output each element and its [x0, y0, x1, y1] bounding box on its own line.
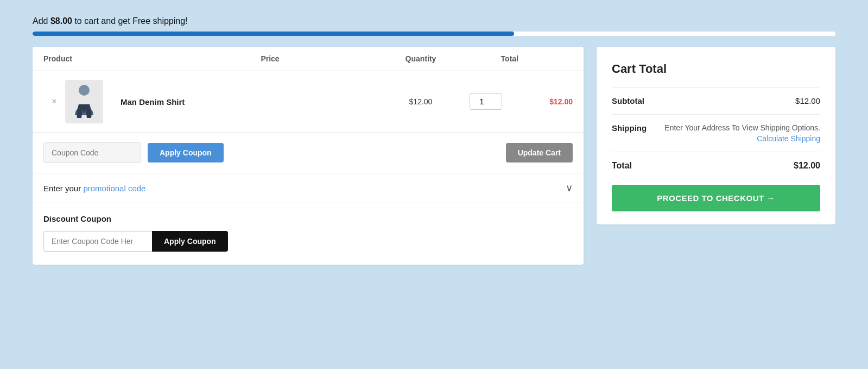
- chevron-down-icon: ∨: [566, 182, 573, 194]
- product-image: [65, 80, 103, 123]
- discount-apply-button[interactable]: Apply Coupon: [152, 231, 228, 252]
- free-shipping-banner: Add $8.00 to cart and get Free shipping!: [33, 16, 835, 36]
- col-header-total: Total: [453, 54, 518, 63]
- progress-bar-fill: [33, 32, 514, 36]
- subtotal-value: $12.00: [795, 96, 820, 105]
- apply-coupon-button[interactable]: Apply Coupon: [148, 143, 224, 162]
- total-value: $12.00: [794, 161, 820, 171]
- total-row: Total $12.00: [612, 152, 820, 179]
- promo-accordion-text: Enter your promotional code: [43, 184, 145, 193]
- banner-amount: $8.00: [50, 16, 72, 26]
- promo-accordion[interactable]: Enter your promotional code ∨: [33, 173, 584, 203]
- banner-text: Add $8.00 to cart and get Free shipping!: [33, 16, 835, 26]
- cart-table-header: Product Price Quantity Total: [33, 47, 584, 71]
- col-header-quantity: Quantity: [388, 54, 453, 63]
- product-image-svg: [71, 83, 98, 121]
- product-price: $12.00: [388, 97, 453, 106]
- shipping-info: Enter Your Address To View Shipping Opti…: [664, 123, 820, 143]
- quantity-cell: [453, 93, 518, 110]
- table-row: × Man Denim Shirt $12.00 $12.00: [33, 71, 584, 133]
- shipping-label: Shipping: [612, 123, 661, 133]
- shipping-info-text: Enter Your Address To View Shipping Opti…: [664, 123, 820, 132]
- cart-total-panel: Cart Total Subtotal $12.00 Shipping Ente…: [597, 47, 835, 224]
- col-header-product: Product: [43, 54, 152, 63]
- coupon-code-input[interactable]: [43, 142, 141, 163]
- update-cart-button[interactable]: Update Cart: [506, 143, 573, 162]
- product-name: Man Denim Shirt: [114, 97, 388, 107]
- product-total: $12.00: [518, 97, 573, 106]
- remove-item-button[interactable]: ×: [43, 97, 65, 107]
- banner-text-after: to cart and get Free shipping!: [74, 16, 187, 26]
- quantity-stepper[interactable]: [470, 93, 502, 110]
- discount-coupon-section: Discount Coupon Apply Coupon: [33, 203, 584, 265]
- cart-total-title: Cart Total: [612, 62, 820, 76]
- calculate-shipping-link[interactable]: Calculate Shipping: [664, 134, 820, 143]
- discount-coupon-title: Discount Coupon: [43, 214, 573, 223]
- total-label: Total: [612, 161, 632, 171]
- promo-link-text: promotional code: [83, 184, 145, 193]
- cart-panel: Product Price Quantity Total × Man Denim…: [33, 47, 584, 265]
- subtotal-row: Subtotal $12.00: [612, 87, 820, 114]
- shipping-row: Shipping Enter Your Address To View Ship…: [612, 114, 820, 152]
- col-header-price: Price: [152, 54, 388, 63]
- proceed-to-checkout-button[interactable]: PROCEED TO CHECKOUT →: [612, 185, 820, 211]
- subtotal-label: Subtotal: [612, 96, 661, 105]
- shipping-progress-bar: [33, 32, 835, 36]
- svg-point-0: [79, 85, 90, 96]
- discount-coupon-input[interactable]: [43, 231, 152, 252]
- coupon-row: Apply Coupon Update Cart: [33, 133, 584, 173]
- main-content: Product Price Quantity Total × Man Denim…: [33, 47, 835, 265]
- discount-coupon-row: Apply Coupon: [43, 231, 573, 252]
